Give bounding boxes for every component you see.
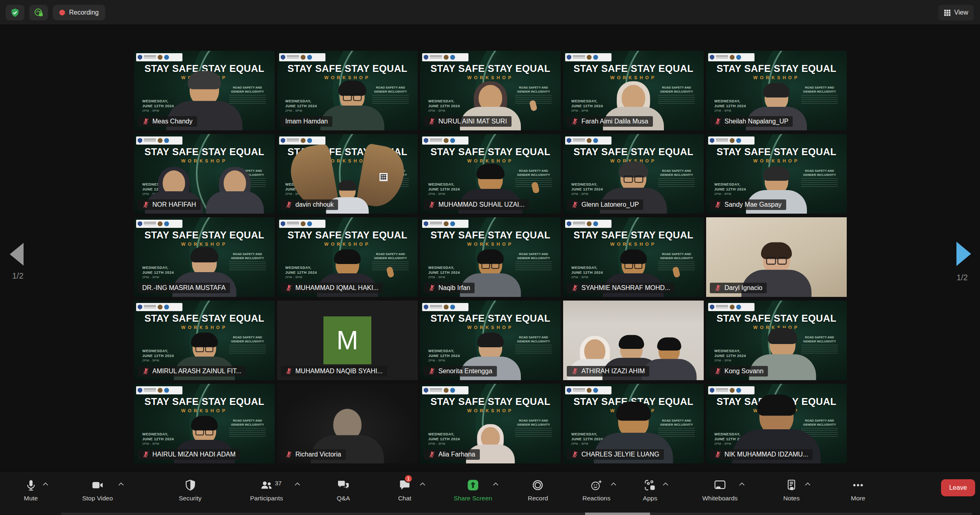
seal-logo — [444, 388, 449, 393]
ws-subtitle: WORKSHOP — [420, 325, 561, 330]
chevron-up-icon[interactable] — [493, 482, 499, 486]
ws-date: WEDNESDAY,JUNE 12TH 20242PM - 5PM — [571, 182, 603, 197]
leave-button[interactable]: Leave — [941, 479, 975, 496]
seal-logo — [301, 55, 306, 60]
toolbar-stop-video-button[interactable]: Stop Video — [82, 478, 113, 502]
participant-tile[interactable]: STAY SAFE STAY EQUALWORKSHOPWEDNESDAY,JU… — [706, 51, 847, 130]
chevron-up-icon[interactable] — [739, 482, 745, 486]
toolbar-security-button[interactable]: Security — [179, 478, 202, 502]
participant-tile[interactable]: STAY SAFE STAY EQUALWORKSHOPWEDNESDAY,JU… — [706, 384, 847, 463]
seal-logo — [730, 305, 735, 309]
university-crest-logo — [138, 221, 142, 227]
toolbar-apps-button[interactable]: Apps — [643, 478, 657, 502]
chevron-up-icon[interactable] — [420, 482, 425, 486]
participant-tile[interactable]: STAY SAFE STAY EQUALWORKSHOPWEDNESDAY,JU… — [563, 51, 704, 130]
university-crest-logo — [138, 388, 142, 393]
chevron-up-icon[interactable] — [118, 482, 124, 486]
university-crest-logo — [424, 55, 428, 60]
participant-name-label: Farah Aimi Dalila Musa — [567, 116, 653, 127]
next-page-arrow[interactable] — [956, 242, 971, 266]
seal-logo — [158, 221, 163, 226]
participant-tile[interactable]: STAY SAFE STAY EQUALWORKSHOPWEDNESDAY,JU… — [134, 384, 275, 463]
participant-tile[interactable]: STAY SAFE STAY EQUALWORKSHOPWEDNESDAY,JU… — [563, 134, 704, 214]
participant-tile[interactable]: STAY SAFE STAY EQUALWORKSHOPWEDNESDAY,JU… — [563, 217, 704, 297]
participant-tile[interactable]: STAY SAFE STAY EQUALWORKSHOPWEDNESDAY,JU… — [706, 134, 847, 214]
participant-tile[interactable]: M MUHAMMAD NAQIB SYAHI... — [277, 301, 418, 380]
participant-tile[interactable]: STAY SAFE STAY EQUALWORKSHOPWEDNESDAY,JU… — [134, 217, 275, 297]
participant-tile[interactable]: Richard Victoria — [277, 384, 418, 463]
participant-tile[interactable]: STAY SAFE STAY EQUALWORKSHOPWEDNESDAY,JU… — [420, 51, 561, 130]
toolbar-chat-button[interactable]: 1Chat — [398, 478, 412, 502]
view-button[interactable]: View — [939, 5, 973, 20]
logo-text-lines — [144, 55, 156, 59]
ws-date: WEDNESDAY,JUNE 12TH 20242PM - 5PM — [714, 182, 746, 197]
logo-text-lines — [430, 388, 442, 392]
globe-logo — [164, 305, 169, 309]
taskbar-edge-highlight — [585, 513, 650, 515]
toolbar-whiteboards-button[interactable]: Whiteboards — [702, 478, 737, 502]
mic-muted-icon — [714, 284, 722, 292]
ws-title: STAY SAFE STAY EQUAL — [420, 229, 561, 241]
mic-muted-icon — [142, 368, 150, 375]
participant-tile[interactable]: STAY SAFE STAY EQUALWORKSHOPWEDNESDAY,JU… — [420, 217, 561, 297]
seal-logo — [301, 138, 306, 143]
participant-name: MUHAMMAD NAQIB SYAHI... — [295, 368, 383, 375]
participant-name-label: Sandy Mae Gaspay — [710, 199, 786, 210]
participant-tile[interactable]: STAY SAFE STAY EQUALWORKSHOPWEDNESDAY,JU… — [706, 301, 847, 380]
toolbar-more-button[interactable]: More — [851, 478, 865, 502]
participant-name-label: CHARLES JELYIE LUANG — [567, 449, 664, 460]
participant-name-label: AMIRUL ARASH ZAINUL FIT... — [138, 366, 246, 377]
logo-text-lines — [144, 305, 156, 309]
participant-tile[interactable]: STAY SAFE STAY EQUALWORKSHOPWEDNESDAY,JU… — [134, 301, 275, 380]
meeting-topbar: Recording View — [0, 0, 980, 24]
chevron-up-icon[interactable] — [43, 482, 48, 486]
toolbar-q-a-button[interactable]: Q&A — [337, 478, 350, 502]
ws-title: STAY SAFE STAY EQUAL — [563, 146, 704, 158]
participant-tile[interactable]: STAY SAFE STAY EQUALWORKSHOPWEDNESDAY,JU… — [420, 301, 561, 380]
participant-name-label: Sheilah Napalang_UP — [710, 116, 793, 127]
previous-page-arrow[interactable] — [10, 243, 24, 266]
participant-tile[interactable]: STAY SAFE STAY EQUALWORKSHOPWEDNESDAY,JU… — [563, 384, 704, 463]
toolbar-label: Security — [179, 495, 202, 502]
toolbar-share-screen-button[interactable]: Share Screen — [454, 478, 492, 502]
participant-name: NIK MUHAMMAD IDZAMU... — [724, 451, 808, 458]
university-crest-logo — [710, 55, 714, 60]
participant-tile[interactable]: STAY SAFE STAY EQUALWORKSHOPWEDNESDAY,JU… — [420, 384, 561, 463]
encryption-shield-icon — [6, 5, 24, 20]
participant-tile[interactable]: Daryl Ignacio — [706, 217, 847, 297]
logo-text-lines — [144, 222, 156, 226]
ws-title: STAY SAFE STAY EQUAL — [706, 63, 847, 74]
organizer-logos-strip — [279, 53, 325, 61]
chevron-up-icon[interactable] — [805, 482, 811, 486]
organizer-logos-strip — [136, 386, 182, 394]
participant-tile[interactable]: STAY SAFE STAY EQUALWORKSHOPWEDNESDAY,JU… — [277, 134, 418, 214]
organizer-logos-strip — [136, 53, 182, 61]
logo-text-lines — [430, 222, 442, 226]
chevron-up-icon[interactable] — [611, 482, 616, 486]
participant-tile[interactable]: STAY SAFE STAY EQUALWORKSHOPWEDNESDAY,JU… — [134, 51, 275, 130]
participant-tile[interactable]: STAY SAFE STAY EQUALWORKSHOPWEDNESDAY,JU… — [277, 51, 418, 130]
toolbar-participants-button[interactable]: 37Participants — [250, 478, 283, 502]
participant-tile[interactable]: ATHIRAH IZAZI AHIM — [563, 301, 704, 380]
university-crest-logo — [138, 138, 142, 143]
toolbar-record-button[interactable]: Record — [528, 478, 548, 502]
participant-name: Sheilah Napalang_UP — [724, 118, 788, 125]
participant-name: MUHAMMAD IQMAL HAKI... — [295, 284, 379, 292]
chevron-up-icon[interactable] — [295, 482, 300, 486]
ws-title: STAY SAFE STAY EQUAL — [134, 313, 275, 324]
university-crest-logo — [567, 138, 571, 143]
participant-tile[interactable]: STAY SAFE STAY EQUALWORKSHOPWEDNESDAY,JU… — [420, 134, 561, 214]
toolbar-label: Whiteboards — [702, 495, 737, 502]
participant-tile[interactable]: STAY SAFE STAY EQUALWORKSHOPWEDNESDAY,JU… — [134, 134, 275, 214]
toolbar-notes-button[interactable]: Notes — [783, 478, 800, 502]
chevron-up-icon[interactable] — [663, 482, 668, 486]
participant-tile[interactable]: STAY SAFE STAY EQUALWORKSHOPWEDNESDAY,JU… — [277, 217, 418, 297]
toolbar-reactions-button[interactable]: Reactions — [583, 478, 611, 502]
ws-subtitle: WORKSHOP — [277, 75, 418, 80]
person-silhouette — [642, 339, 697, 380]
logo-text-lines — [430, 305, 442, 309]
organizer-logos-strip — [136, 136, 182, 145]
logo-text-lines — [144, 138, 156, 143]
ws-title: STAY SAFE STAY EQUAL — [420, 396, 561, 407]
toolbar-mute-button[interactable]: Mute — [24, 478, 38, 502]
